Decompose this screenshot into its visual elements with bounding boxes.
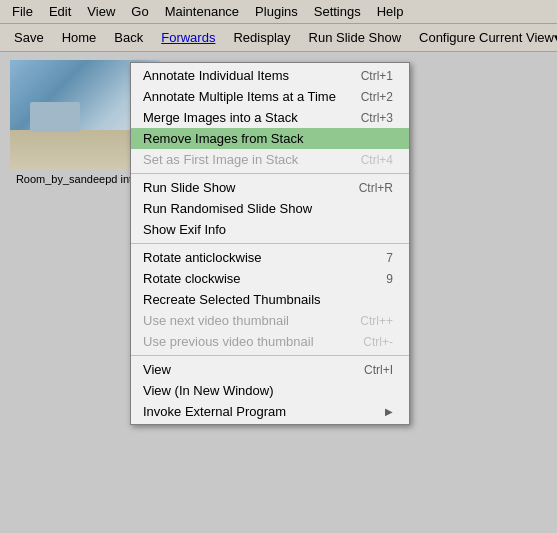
menu-view-new-window[interactable]: View (In New Window)	[131, 380, 409, 401]
menu-help[interactable]: Help	[369, 2, 412, 21]
menu-merge-images-label: Merge Images into a Stack	[143, 110, 298, 125]
menu-run-slide-show[interactable]: Run Slide Show Ctrl+R	[131, 177, 409, 198]
menu-prev-video-thumbnail: Use previous video thumbnail Ctrl+-	[131, 331, 409, 352]
menu-remove-images[interactable]: Remove Images from Stack	[131, 128, 409, 149]
menu-separator-3	[131, 355, 409, 356]
toolbar-forwards[interactable]: Forwards	[153, 28, 223, 47]
menu-annotate-individual-shortcut: Ctrl+1	[361, 69, 393, 83]
menu-maintenance[interactable]: Maintenance	[157, 2, 247, 21]
toolbar-redisplay[interactable]: Redisplay	[225, 28, 298, 47]
menu-recreate-thumbnails-label: Recreate Selected Thumbnails	[143, 292, 321, 307]
toolbar-save[interactable]: Save	[6, 28, 52, 47]
menu-prev-video-thumbnail-label: Use previous video thumbnail	[143, 334, 314, 349]
menu-next-video-thumbnail: Use next video thumbnail Ctrl++	[131, 310, 409, 331]
menu-show-exif[interactable]: Show Exif Info	[131, 219, 409, 240]
toolbar-run-slide-show[interactable]: Run Slide Show	[301, 28, 410, 47]
toolbar-back[interactable]: Back	[106, 28, 151, 47]
menu-set-first-image-label: Set as First Image in Stack	[143, 152, 298, 167]
menu-go[interactable]: Go	[123, 2, 156, 21]
menu-invoke-external-arrow: ▶	[385, 406, 393, 417]
menu-invoke-external-label: Invoke External Program	[143, 404, 286, 419]
menu-rotate-clockwise-label: Rotate clockwise	[143, 271, 241, 286]
menu-invoke-external[interactable]: Invoke External Program ▶	[131, 401, 409, 422]
menu-plugins[interactable]: Plugins	[247, 2, 306, 21]
menu-file[interactable]: File	[4, 2, 41, 21]
menu-prev-video-thumbnail-shortcut: Ctrl+-	[363, 335, 393, 349]
menu-show-exif-label: Show Exif Info	[143, 222, 226, 237]
menu-annotate-multiple-shortcut: Ctrl+2	[361, 90, 393, 104]
menu-run-random-slide-show[interactable]: Run Randomised Slide Show	[131, 198, 409, 219]
menu-rotate-clockwise-shortcut: 9	[386, 272, 393, 286]
menu-separator-2	[131, 243, 409, 244]
menu-recreate-thumbnails[interactable]: Recreate Selected Thumbnails	[131, 289, 409, 310]
menubar: File Edit View Go Maintenance Plugins Se…	[0, 0, 557, 24]
menu-merge-images-shortcut: Ctrl+3	[361, 111, 393, 125]
menu-view-new-window-label: View (In New Window)	[143, 383, 274, 398]
menu-annotate-multiple[interactable]: Annotate Multiple Items at a Time Ctrl+2	[131, 86, 409, 107]
menu-annotate-multiple-label: Annotate Multiple Items at a Time	[143, 89, 336, 104]
context-menu: Annotate Individual Items Ctrl+1 Annotat…	[130, 62, 410, 425]
menu-annotate-individual[interactable]: Annotate Individual Items Ctrl+1	[131, 65, 409, 86]
menu-rotate-anticlockwise[interactable]: Rotate anticlockwise 7	[131, 247, 409, 268]
menu-remove-images-label: Remove Images from Stack	[143, 131, 303, 146]
menu-edit[interactable]: Edit	[41, 2, 79, 21]
main-area: Room_by_sandeepd interior Annotate Indiv…	[0, 52, 557, 533]
toolbar-configure[interactable]: Configure Current View▾	[411, 28, 557, 47]
menu-run-random-slide-show-label: Run Randomised Slide Show	[143, 201, 312, 216]
menu-set-first-image: Set as First Image in Stack Ctrl+4	[131, 149, 409, 170]
toolbar-home[interactable]: Home	[54, 28, 105, 47]
menu-settings[interactable]: Settings	[306, 2, 369, 21]
menu-view[interactable]: View	[79, 2, 123, 21]
menu-separator-1	[131, 173, 409, 174]
menu-run-slide-show-label: Run Slide Show	[143, 180, 236, 195]
menu-rotate-anticlockwise-shortcut: 7	[386, 251, 393, 265]
menu-run-slide-show-shortcut: Ctrl+R	[359, 181, 393, 195]
menu-annotate-individual-label: Annotate Individual Items	[143, 68, 289, 83]
menu-next-video-thumbnail-label: Use next video thumbnail	[143, 313, 289, 328]
menu-rotate-clockwise[interactable]: Rotate clockwise 9	[131, 268, 409, 289]
menu-view-shortcut: Ctrl+I	[364, 363, 393, 377]
menu-rotate-anticlockwise-label: Rotate anticlockwise	[143, 250, 262, 265]
menu-merge-images[interactable]: Merge Images into a Stack Ctrl+3	[131, 107, 409, 128]
toolbar: Save Home Back Forwards Redisplay Run Sl…	[0, 24, 557, 52]
menu-next-video-thumbnail-shortcut: Ctrl++	[360, 314, 393, 328]
menu-set-first-image-shortcut: Ctrl+4	[361, 153, 393, 167]
menu-view[interactable]: View Ctrl+I	[131, 359, 409, 380]
menu-view-label: View	[143, 362, 171, 377]
